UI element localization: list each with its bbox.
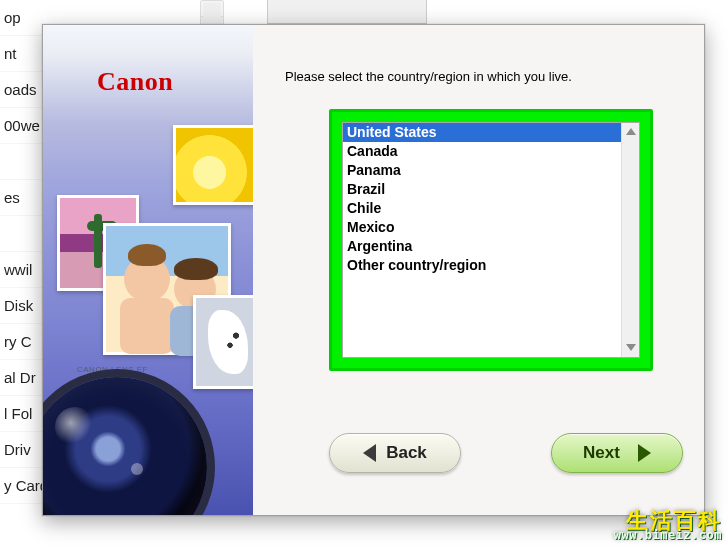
background-field	[267, 0, 427, 24]
country-list-scrollbar[interactable]	[621, 123, 639, 357]
installer-dialog: Canon CANON LENS EF Please select the co…	[42, 24, 705, 516]
country-item-pa[interactable]: Panama	[343, 161, 621, 180]
canon-logo: Canon	[97, 67, 173, 97]
next-button[interactable]: Next	[551, 433, 683, 473]
content-panel: Please select the country/region in whic…	[253, 25, 704, 515]
back-button[interactable]: Back	[329, 433, 461, 473]
country-item-other[interactable]: Other country/region	[343, 256, 621, 275]
arrow-right-icon	[638, 444, 651, 462]
watermark-url: www.bimeiz.com	[614, 528, 722, 543]
country-list-items[interactable]: United States Canada Panama Brazil Chile…	[343, 123, 621, 357]
country-item-ca[interactable]: Canada	[343, 142, 621, 161]
watermark-title: 生活百科	[614, 513, 722, 528]
country-item-cl[interactable]: Chile	[343, 199, 621, 218]
lens-ring-text: CANON LENS EF	[77, 365, 148, 374]
country-listbox[interactable]: United States Canada Panama Brazil Chile…	[342, 122, 640, 358]
back-button-label: Back	[386, 443, 427, 463]
country-item-ar[interactable]: Argentina	[343, 237, 621, 256]
photo-dalmatian	[193, 295, 253, 389]
photo-sunflowers	[173, 125, 253, 205]
arrow-left-icon	[363, 444, 376, 462]
camera-lens-graphic	[43, 377, 207, 515]
brand-side-panel: Canon CANON LENS EF	[43, 25, 253, 515]
country-item-mx[interactable]: Mexico	[343, 218, 621, 237]
country-item-us[interactable]: United States	[343, 123, 621, 142]
country-item-br[interactable]: Brazil	[343, 180, 621, 199]
scroll-down-icon[interactable]	[622, 339, 639, 357]
watermark: 生活百科 www.bimeiz.com	[614, 513, 722, 543]
country-list-highlight: United States Canada Panama Brazil Chile…	[329, 109, 653, 371]
scroll-up-icon[interactable]	[622, 123, 639, 141]
prompt-text: Please select the country/region in whic…	[285, 69, 572, 84]
next-button-label: Next	[583, 443, 620, 463]
